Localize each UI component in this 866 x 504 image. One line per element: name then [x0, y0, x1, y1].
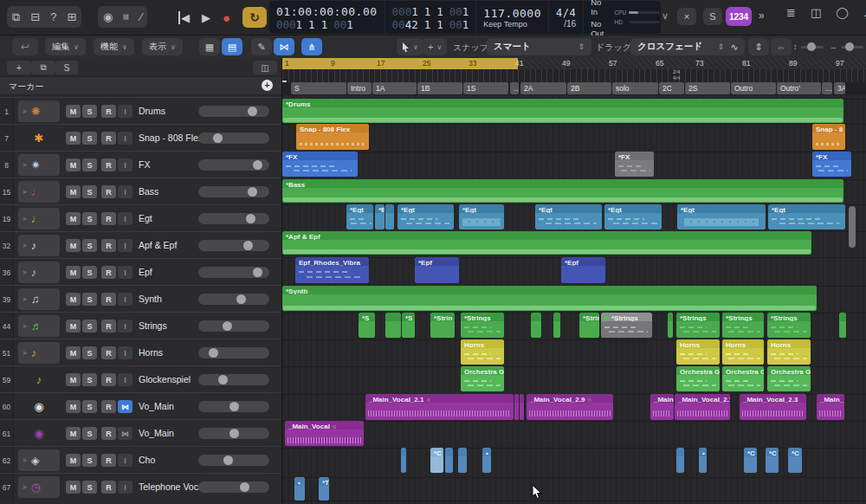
lcd-time-section[interactable]: 01:00:00:00.00 000111001 — [269, 1, 385, 34]
s-button[interactable]: S — [82, 105, 97, 118]
region-horns[interactable]: Horns — [722, 339, 764, 365]
marker-cell[interactable]: … — [822, 82, 832, 94]
region--egt[interactable]: *Egt — [535, 204, 602, 229]
region--fx[interactable]: *FX — [615, 152, 654, 177]
region--[interactable]: • — [699, 448, 707, 473]
track-panel-view-button[interactable]: ◫ — [253, 61, 277, 74]
m-button[interactable]: M — [66, 212, 81, 225]
quick-help-icon[interactable]: ? — [50, 11, 56, 23]
s-button[interactable]: S — [82, 427, 97, 440]
s-button[interactable]: S — [82, 132, 97, 145]
flex-button[interactable]: ⋈ — [118, 427, 132, 440]
volume-slider[interactable] — [198, 106, 269, 117]
volume-slider[interactable] — [198, 347, 269, 359]
solo-mode-button[interactable]: S — [703, 8, 722, 25]
r-button[interactable]: R — [101, 293, 116, 306]
region--e[interactable]: *E — [375, 204, 385, 229]
track-name[interactable]: Vo_Main — [139, 401, 174, 411]
m-button[interactable]: M — [66, 132, 81, 145]
track-name[interactable]: Epf — [139, 267, 152, 277]
region-snap-8[interactable]: Snap - 8 — [812, 124, 845, 150]
region-clip[interactable] — [401, 448, 406, 473]
r-button[interactable]: R — [101, 158, 116, 171]
track-name[interactable]: Strings — [139, 320, 167, 331]
volume-knob[interactable] — [253, 268, 262, 277]
m-button[interactable]: M — [66, 105, 81, 118]
track-row[interactable]: 36>♪MSRIEpf — [0, 258, 281, 286]
pencil-icon[interactable]: ∕ — [140, 11, 142, 23]
cycle-button[interactable]: ↻ — [242, 7, 267, 28]
track-name[interactable]: FX — [139, 159, 150, 170]
region--fx[interactable]: *FX — [282, 152, 358, 177]
track-icon-box[interactable]: >♪ — [18, 262, 60, 283]
input-monitor-button[interactable]: I — [118, 293, 132, 306]
region--strings[interactable]: *Strings — [767, 313, 811, 338]
track-icon-box[interactable]: >✺ — [18, 100, 60, 122]
input-monitor-button[interactable]: I — [118, 239, 132, 252]
input-monitor-button[interactable]: I — [118, 481, 132, 494]
region--egt[interactable]: *Egt — [604, 204, 662, 229]
volume-slider[interactable] — [198, 213, 269, 224]
region--apf-epf[interactable]: *Apf & Epf — [282, 231, 811, 255]
region-clip[interactable] — [676, 448, 684, 473]
track-row[interactable]: 62>◈MSRICho — [0, 446, 281, 474]
region--main-[interactable]: _Main_ — [650, 394, 674, 420]
region-horns[interactable]: Horns — [676, 339, 720, 365]
input-monitor-button[interactable]: I — [118, 266, 132, 279]
add-track-button[interactable]: + — [7, 61, 31, 74]
region--[interactable]: • — [482, 448, 491, 473]
go-to-beginning-button[interactable]: ◀ — [178, 11, 190, 24]
disclosure-icon[interactable]: > — [23, 215, 27, 223]
volume-slider[interactable] — [198, 240, 269, 251]
region--main-vocal-2-1[interactable]: _Main_Vocal_2.1○ — [365, 394, 514, 420]
track-name[interactable]: Drums — [139, 106, 165, 116]
region--strin[interactable]: *Strin — [430, 313, 455, 338]
track-row[interactable]: 15>♩MSRIBass — [0, 178, 281, 205]
track-row[interactable]: 59♪MSRIGlockenspiel — [0, 365, 281, 393]
flex-button[interactable]: ⋈ — [118, 400, 132, 413]
volume-knob[interactable] — [229, 402, 239, 411]
m-button[interactable]: M — [66, 346, 81, 359]
r-button[interactable]: R — [101, 427, 116, 440]
region--synth[interactable]: *Synth — [282, 286, 817, 311]
input-monitor-button[interactable]: I — [118, 132, 132, 145]
pencil-tool-icon[interactable]: ✎ — [251, 38, 272, 55]
volume-knob[interactable] — [248, 187, 257, 197]
automation-icon[interactable]: ▤ — [222, 38, 242, 55]
crossfade-icon[interactable]: ⋈ — [274, 38, 294, 55]
marker-cell[interactable]: 2B — [567, 82, 611, 94]
region--[interactable]: • — [294, 477, 305, 501]
marker-cell[interactable]: Outro — [731, 82, 776, 94]
marker-cell[interactable]: 2S — [685, 82, 730, 94]
region-clip[interactable] — [668, 313, 673, 338]
track-row[interactable]: 51>♪MSRIHorns — [0, 339, 281, 366]
volume-slider[interactable] — [198, 267, 269, 278]
m-button[interactable]: M — [66, 158, 81, 171]
r-button[interactable]: R — [101, 239, 116, 252]
volume-slider[interactable] — [198, 132, 269, 144]
volume-slider[interactable] — [198, 428, 269, 439]
m-button[interactable]: M — [66, 373, 81, 386]
flex-icon[interactable]: ⋔ — [301, 38, 322, 55]
r-button[interactable]: R — [101, 320, 116, 333]
view-menu[interactable]: 表示∨ — [142, 38, 183, 55]
input-monitor-button[interactable]: I — [118, 212, 132, 225]
tracks-arrange-area[interactable]: 191725334149576573818997 2/44/4 SIntro1A… — [282, 58, 866, 504]
s-button[interactable]: S — [82, 239, 97, 252]
region-orchestra-gl[interactable]: Orchestra Gl — [461, 366, 504, 391]
region--s[interactable]: *S — [359, 313, 375, 338]
input-monitor-button[interactable]: I — [118, 158, 132, 171]
volume-slider[interactable] — [198, 481, 269, 493]
marker-cell[interactable]: S — [291, 82, 346, 94]
volume-slider[interactable] — [198, 186, 269, 197]
volume-slider[interactable] — [198, 374, 269, 385]
r-button[interactable]: R — [101, 373, 116, 386]
region--c[interactable]: *C — [430, 448, 443, 473]
disclosure-icon[interactable]: > — [23, 483, 27, 491]
disclosure-icon[interactable]: > — [23, 456, 27, 464]
region-clip[interactable] — [385, 313, 401, 338]
m-button[interactable]: M — [66, 266, 81, 279]
region--strings[interactable]: *Strings — [676, 313, 720, 338]
track-name[interactable]: Apf & Epf — [139, 240, 177, 250]
more-chevrons-icon[interactable]: » — [759, 10, 765, 22]
